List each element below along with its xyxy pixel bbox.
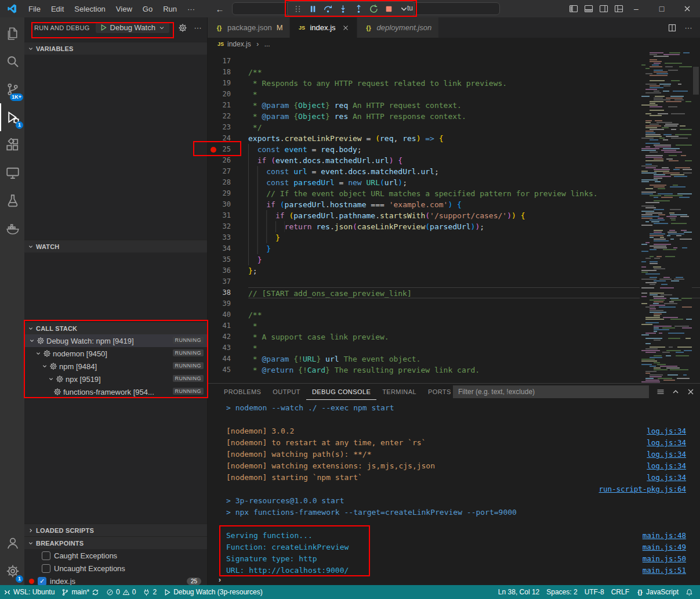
activity-search[interactable] [0,48,24,75]
scrollbar-thumb[interactable] [693,67,699,95]
line-number[interactable]: 43 [208,342,234,353]
line-number[interactable]: 44 [208,353,234,365]
activity-accounts[interactable] [0,529,24,557]
line-number[interactable]: 41 [208,320,234,331]
code-line-content[interactable]: * [248,320,700,331]
line-number[interactable]: 23 [208,122,234,133]
code-line-content[interactable]: } [248,243,700,254]
call-stack-item[interactable]: npm [9484]RUNNING [24,360,207,373]
branch-status[interactable]: main* [58,585,103,599]
line-number[interactable]: 22 [208,111,234,122]
line-number[interactable]: 31 [208,210,234,221]
activity-settings[interactable]: 1 [0,557,24,585]
code-line-content[interactable]: const parsedUrl = new URL(url); [248,177,700,188]
line-number[interactable]: 28 [208,177,234,188]
source-link[interactable]: main.js:48 [643,531,686,540]
repl-input[interactable]: › [208,573,700,585]
menu-run[interactable]: Run [158,5,182,13]
code-line-content[interactable]: * @return {!Card} The resulting preview … [248,365,700,376]
back-icon[interactable]: ← [215,4,224,13]
more-actions-icon[interactable]: ··· [193,23,202,33]
eol[interactable]: CRLF [608,585,633,599]
line-number[interactable]: 36 [208,265,234,276]
panel-tab-output[interactable]: OUTPUT [267,384,306,400]
line-number[interactable]: 19 [208,78,234,89]
output-menu-icon[interactable] [656,387,665,396]
maximize-button[interactable]: □ [649,0,674,17]
stop-icon[interactable] [384,4,394,14]
cursor-position[interactable]: Ln 38, Col 12 [495,585,543,599]
step-over-icon[interactable] [323,4,333,14]
code-line-content[interactable]: * [248,342,700,353]
editor-scrollbar[interactable] [692,50,700,383]
ports-status[interactable]: 2 [139,585,160,599]
split-editor-icon[interactable] [668,23,677,33]
panel-tab-debug-console[interactable]: DEBUG CONSOLE [306,384,376,400]
line-number[interactable]: 29 [208,188,234,199]
line-number[interactable]: 33 [208,232,234,243]
step-out-icon[interactable] [354,4,364,14]
code-line-content[interactable]: const url = event.docs.matchedUrl.url; [248,166,700,177]
menu-[interactable]: ··· [182,5,200,13]
line-number[interactable]: 37 [208,276,234,287]
code-line-content[interactable]: * @param {!URL} url The event object. [248,353,700,365]
code-line-content[interactable] [248,298,700,309]
line-number[interactable]: 25 [208,144,234,155]
close-button[interactable] [674,0,700,17]
line-number[interactable]: 45 [208,365,234,376]
minimize-button[interactable]: – [623,0,649,17]
breakpoint-item[interactable]: Caught Exceptions [24,549,207,562]
pause-icon[interactable] [308,4,318,14]
debug-config-dropdown[interactable]: Debug Watch [96,22,169,33]
code-line-content[interactable]: /** [248,67,700,78]
breakpoint-checkbox[interactable]: ✓ [38,577,46,586]
activity-remote-explorer[interactable] [0,159,24,187]
restart-icon[interactable] [369,4,379,14]
code-line-content[interactable]: */ [248,122,700,133]
indentation[interactable]: Spaces: 2 [543,585,581,599]
code-line-content[interactable]: // [START add_ons_case_preview_link] [248,287,700,298]
line-number[interactable]: 18 [208,67,234,78]
debug-session-status[interactable]: Debug Watch (3p-resources) [160,585,266,599]
code-line-content[interactable]: if (parsedUrl.pathname.startsWith('/supp… [248,210,700,221]
notifications[interactable] [682,585,697,599]
tab-deployment.json[interactable]: {}deployment.json [357,17,440,38]
menu-go[interactable]: Go [137,5,158,13]
code-line-content[interactable]: if (event.docs.matchedUrl.url) { [248,155,700,166]
line-number[interactable]: 40 [208,309,234,320]
open-settings-icon[interactable] [178,23,187,33]
tab-package.json[interactable]: {}package.jsonM [208,17,290,38]
minimap[interactable] [640,51,692,383]
menu-edit[interactable]: Edit [46,5,69,13]
breadcrumb[interactable]: JS index.js › ... [208,38,700,50]
activity-run-and-debug[interactable]: 1 [0,103,24,131]
code-line-content[interactable]: }; [248,265,700,276]
code-line-content[interactable]: * [248,89,700,100]
line-number[interactable]: 35 [208,254,234,265]
code-line-content[interactable] [248,276,700,287]
code-line-content[interactable]: * @param {Object} res An HTTP response c… [248,111,700,122]
code-line-content[interactable]: * @param {Object} req An HTTP request co… [248,100,700,111]
problems-status[interactable]: 00 [103,585,139,599]
source-link[interactable]: log.js:34 [647,450,686,459]
line-number[interactable]: 39 [208,298,234,309]
activity-explorer[interactable] [0,20,24,48]
source-link[interactable]: run-script-pkg.js:64 [599,485,686,493]
source-link[interactable]: log.js:34 [647,473,686,482]
line-number[interactable]: 27 [208,166,234,177]
source-link[interactable]: log.js:34 [647,427,686,435]
code-line-content[interactable]: return res.json(caseLinkPreview(parsedUr… [248,221,700,232]
toggle-panel-icon[interactable] [584,4,593,13]
remote-indicator[interactable]: WSL: Ubuntu [0,585,58,599]
menu-view[interactable]: View [111,5,137,13]
code-line-content[interactable]: // If the event object URL matches a spe… [248,188,700,199]
call-stack-item[interactable]: functions-framework [954...RUNNING [24,385,207,398]
encoding[interactable]: UTF-8 [581,585,608,599]
code-line-content[interactable]: } [248,232,700,243]
code-line-content[interactable]: * Responds to any HTTP request related t… [248,78,700,89]
code-line-content[interactable]: /** [248,309,700,320]
code-line-content[interactable]: } [248,254,700,265]
line-number[interactable]: 17 [208,56,234,67]
call-stack-item[interactable]: nodemon [9450]RUNNING [24,347,207,360]
code-line-content[interactable]: exports.createLinkPreview = (req, res) =… [248,133,700,144]
